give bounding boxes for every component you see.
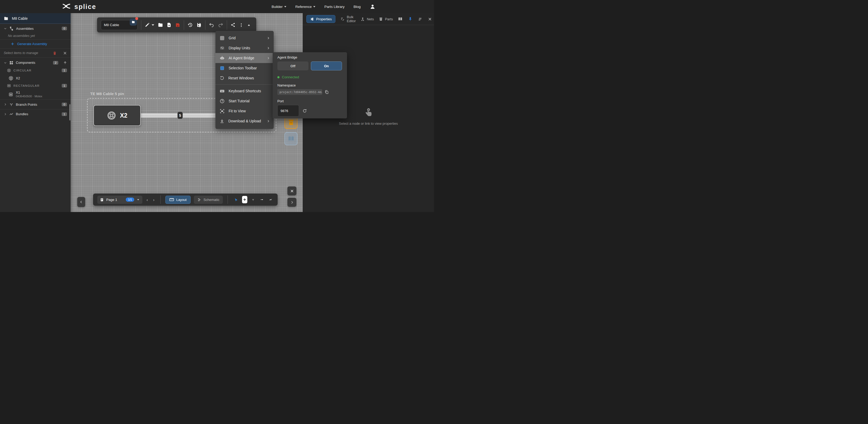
status-dot	[277, 76, 279, 78]
wire-tool-icon[interactable]	[259, 197, 265, 203]
layout-view-button[interactable]: Layout	[165, 195, 191, 204]
close-panel-button[interactable]	[287, 186, 297, 195]
sidebar-item-bundles[interactable]: Bundles 1	[0, 109, 71, 119]
chevron-right-icon	[267, 47, 270, 50]
nav-blog[interactable]: Blog	[353, 5, 361, 9]
fit-view-icon	[220, 109, 225, 114]
copy-icon[interactable]	[324, 90, 329, 94]
pencil-icon	[145, 22, 150, 27]
schematic-view-button[interactable]: Schematic	[194, 195, 223, 204]
collapse-sidebar-button[interactable]	[77, 197, 85, 207]
book-icon[interactable]	[398, 17, 403, 21]
chevron-right-icon	[267, 36, 270, 40]
collapse-toolbar-icon[interactable]	[247, 23, 251, 27]
history-icon[interactable]	[187, 22, 193, 28]
select-tool-icon[interactable]	[232, 196, 239, 203]
prev-page-button[interactable]: ‹	[146, 198, 149, 202]
wire-count-badge[interactable]: 5	[178, 112, 183, 119]
connector-node-x2[interactable]: X2	[93, 105, 141, 126]
sidebar-item-assemblies[interactable]: Assemblies 0	[0, 25, 71, 32]
component-item-x1[interactable]: X1 0436450500 · Molex	[0, 89, 71, 100]
list-edit-icon	[340, 17, 345, 21]
plus-icon	[243, 198, 247, 202]
trash-icon[interactable]	[53, 51, 57, 55]
page-toolbar: Page 1 1/1 ‹ › Layout Schematic	[93, 193, 278, 206]
project-name-field	[101, 20, 137, 30]
group-rectangular[interactable]: RECTANGULAR 1	[0, 82, 71, 89]
project-title: M8 Cable	[12, 17, 28, 21]
robot-icon	[220, 56, 225, 61]
next-page-button[interactable]: ›	[152, 198, 156, 202]
share-icon[interactable]	[230, 22, 236, 27]
menu-item-grid[interactable]: Grid	[215, 33, 274, 43]
menu-item-display-units[interactable]: Display Units	[215, 43, 274, 53]
menu-item-fit-to-view[interactable]: Fit to View	[215, 106, 274, 116]
align-lines-icon[interactable]	[418, 17, 423, 21]
menu-item-ai-agent-bridge[interactable]: AI Agent Bridge	[215, 53, 274, 63]
redo-icon[interactable]	[218, 22, 223, 28]
menu-item-start-tutorial[interactable]: Start Tutorial	[215, 96, 274, 106]
assembly-cable-icon	[9, 26, 14, 31]
reference-book-button[interactable]	[284, 132, 298, 145]
tab-parts[interactable]: Parts	[379, 17, 393, 21]
close-panel-icon[interactable]	[428, 17, 432, 21]
avatar[interactable]	[370, 4, 375, 9]
tab-bulk-editor[interactable]: Bulk Editor	[340, 15, 356, 23]
tab-properties[interactable]: Properties	[306, 15, 335, 23]
page-icon	[100, 198, 104, 202]
save-version-icon[interactable]	[196, 22, 202, 28]
nav-parts-library[interactable]: Parts Library	[324, 5, 345, 9]
touch-icon	[363, 107, 374, 118]
namespace-value[interactable]: project:7d04405c-8932-4d…	[277, 89, 322, 95]
nav-reference[interactable]: Reference	[295, 5, 315, 9]
save-icon[interactable]	[175, 22, 180, 28]
group-circular[interactable]: CIRCULAR 1	[0, 67, 71, 74]
nav-builder[interactable]: Builder	[272, 5, 286, 9]
splice-logo[interactable]: splice	[62, 2, 96, 11]
component-item-x2[interactable]: X2	[0, 74, 71, 82]
undo-icon[interactable]	[209, 22, 214, 28]
branch-tool-icon[interactable]	[250, 197, 256, 202]
parts-box-icon	[288, 119, 294, 126]
branch-points-count-badge: 0	[62, 102, 67, 106]
expand-right-button[interactable]	[287, 198, 297, 207]
bridge-off-button[interactable]: Off	[277, 61, 309, 70]
bridge-on-button[interactable]: On	[311, 61, 342, 70]
generate-assembly-button[interactable]: Generate Assembly	[0, 39, 71, 48]
more-options-icon[interactable]	[239, 23, 244, 27]
folder-icon	[4, 16, 8, 21]
port-input[interactable]	[277, 105, 299, 117]
sidebar-item-branch-points[interactable]: Branch Points 0	[0, 100, 71, 109]
assemblies-count-badge: 0	[62, 27, 67, 30]
page-selector[interactable]: Page 1 1/1	[97, 195, 143, 204]
chevron-right-icon	[267, 56, 270, 60]
sidebar-item-components[interactable]: Components 2	[0, 58, 71, 67]
clear-selection-icon[interactable]	[63, 51, 67, 55]
menu-item-reset-windows[interactable]: Reset Windows	[215, 73, 274, 83]
new-file-icon[interactable]	[167, 22, 172, 27]
plus-icon	[10, 42, 14, 46]
splice-logo-icon	[62, 3, 71, 10]
circular-connector-icon	[8, 76, 13, 81]
move-up-icon[interactable]	[63, 61, 67, 65]
project-header[interactable]: M8 Cable	[0, 13, 71, 24]
edit-mode-button[interactable]	[145, 22, 154, 27]
tab-nets[interactable]: Nets	[361, 17, 374, 21]
port-label: Port	[277, 99, 342, 103]
menu-item-selection-toolbar[interactable]: Selection Toolbar	[215, 63, 274, 73]
open-folder-icon[interactable]	[158, 22, 163, 28]
page-label: Page 1	[106, 198, 117, 202]
project-folder-button[interactable]	[130, 19, 137, 26]
sidebar-scrollbar[interactable]	[69, 104, 70, 121]
app-window: splice Builder Reference Parts Library B…	[0, 0, 434, 212]
pin-icon[interactable]	[408, 17, 412, 21]
download-icon	[220, 119, 224, 123]
component-x1-label: X1	[16, 90, 42, 95]
menu-item-keyboard-shortcuts[interactable]: Keyboard Shortcuts	[215, 86, 274, 96]
menu-item-download-upload[interactable]: Download & Upload	[215, 116, 274, 126]
close-icon	[290, 189, 294, 193]
manage-placeholder: Select items to manage	[4, 51, 38, 55]
add-node-tool[interactable]	[242, 196, 247, 203]
refresh-icon[interactable]	[303, 109, 307, 113]
bundle-tool-icon[interactable]	[268, 197, 273, 203]
